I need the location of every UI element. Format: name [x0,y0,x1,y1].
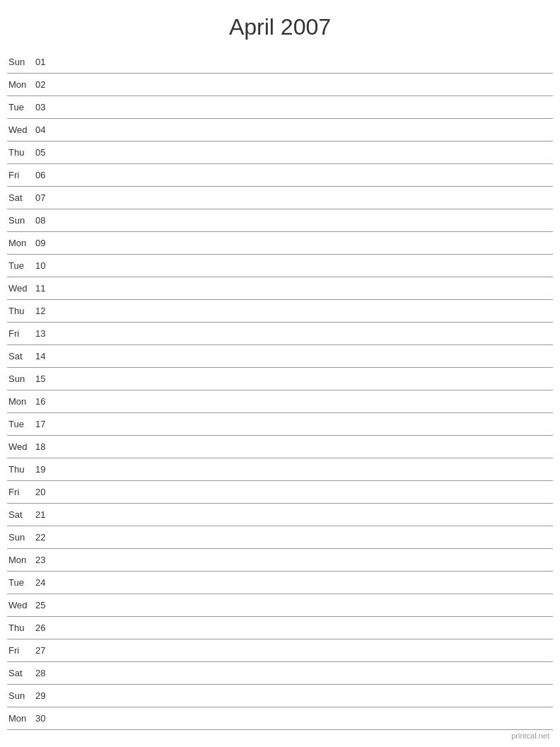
day-row: Mon16 [7,390,553,413]
day-number: 05 [35,147,55,158]
day-number: 29 [35,690,55,701]
footer-text: printcal.net [511,731,549,740]
day-line [55,424,553,424]
day-name: Mon [7,713,35,724]
day-number: 14 [35,351,55,361]
day-line [55,107,553,108]
day-number: 08 [35,215,55,226]
day-name: Fri [7,170,35,180]
day-name: Tue [7,102,35,112]
day-name: Sat [7,668,35,678]
day-name: Thu [7,464,35,475]
day-row: Sat21 [7,504,553,526]
day-row: Fri20 [7,481,553,504]
day-number: 30 [35,713,55,724]
day-row: Sun22 [7,526,553,549]
day-row: Thu05 [7,141,553,164]
day-line [55,243,553,243]
day-name: Tue [7,260,35,271]
day-row: Sat14 [7,345,553,368]
day-name: Sat [7,192,35,203]
day-line [55,175,553,175]
day-row: Thu26 [7,617,553,639]
day-line [55,84,553,85]
day-number: 22 [35,532,55,543]
day-line [55,62,553,62]
day-line [55,605,553,606]
day-row: Sun01 [7,51,553,74]
day-name: Mon [7,555,35,565]
day-name: Mon [7,238,35,248]
day-line [55,197,553,198]
day-line [55,695,553,696]
day-number: 13 [35,328,55,339]
day-line [55,220,553,221]
day-line [55,582,553,583]
day-number: 06 [35,170,55,180]
day-line [55,673,553,673]
day-row: Sat07 [7,187,553,209]
day-name: Sun [7,532,35,543]
day-row: Sun29 [7,685,553,707]
day-name: Wed [7,283,35,294]
day-name: Mon [7,79,35,90]
day-number: 09 [35,238,55,248]
day-row: Fri13 [7,323,553,345]
day-row: Tue24 [7,572,553,594]
day-number: 10 [35,260,55,271]
day-name: Fri [7,645,35,656]
day-number: 17 [35,419,55,429]
day-row: Wed04 [7,119,553,141]
day-row: Mon23 [7,549,553,572]
day-row: Wed11 [7,277,553,300]
day-row: Tue17 [7,413,553,436]
day-number: 11 [35,283,55,294]
day-line [55,378,553,379]
day-line [55,333,553,334]
day-line [55,718,553,719]
day-row: Mon09 [7,232,553,255]
day-number: 15 [35,374,55,384]
day-line [55,265,553,266]
day-name: Tue [7,577,35,588]
day-line [55,492,553,492]
day-line [55,311,553,311]
day-line [55,537,553,538]
day-row: Tue03 [7,96,553,119]
page-title: April 2007 [0,0,560,51]
day-name: Wed [7,124,35,135]
day-name: Wed [7,441,35,452]
day-name: Sat [7,509,35,520]
day-line [55,627,553,628]
day-number: 20 [35,487,55,497]
day-number: 25 [35,600,55,610]
day-line [55,288,553,289]
day-row: Wed25 [7,594,553,617]
day-number: 07 [35,192,55,203]
day-row: Sat28 [7,662,553,685]
day-number: 03 [35,102,55,112]
day-number: 24 [35,577,55,588]
day-name: Sun [7,215,35,226]
day-name: Mon [7,396,35,407]
day-number: 26 [35,622,55,633]
day-number: 27 [35,645,55,656]
day-number: 23 [35,555,55,565]
day-number: 18 [35,441,55,452]
day-name: Thu [7,306,35,316]
day-number: 28 [35,668,55,678]
day-row: Mon02 [7,74,553,96]
day-line [55,514,553,515]
day-number: 16 [35,396,55,407]
day-row: Wed18 [7,436,553,458]
day-name: Sun [7,57,35,67]
day-line [55,469,553,470]
day-row: Tue10 [7,255,553,277]
day-row: Sun15 [7,368,553,390]
day-line [55,356,553,357]
day-row: Mon30 [7,707,553,730]
day-name: Thu [7,147,35,158]
day-row: Fri27 [7,639,553,662]
day-number: 19 [35,464,55,475]
day-number: 21 [35,509,55,520]
